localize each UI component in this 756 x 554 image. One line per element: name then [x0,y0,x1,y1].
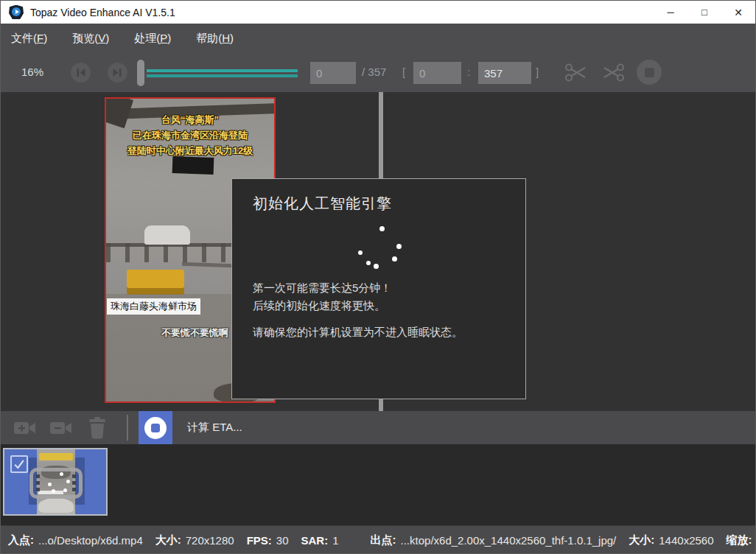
menu-file[interactable]: 文件(F) [11,29,53,49]
dialog-line-1: 第一次可能需要长达5分钟！ [253,279,463,297]
maximize-button[interactable]: □ [687,1,721,24]
spinner-dot [396,244,402,249]
mini-swirl-shape [38,498,74,513]
trim-in-button[interactable] [564,63,588,85]
statusbar: 入点: ...o/Desktop/x6d.mp4 大小: 720x1280 FP… [1,525,755,554]
top-band: 文件(F) 预览(V) 处理(P) 帮助(H) 16% [1,24,755,92]
caption-line-3: 登陆时中心附近最大风力12级 [106,143,274,158]
caption-line-1: 台风“海高斯” [106,112,274,127]
spinner-dot [374,264,379,269]
video-thumbnail-tile[interactable] [3,448,108,516]
menu-help[interactable]: 帮助(H) [196,29,239,49]
video-car-shape [144,225,190,245]
init-engine-dialog: 初始化人工智能引擎 第一次可能需要长达5分钟！ 后续的初始化速度将更快。 请确保… [231,178,526,399]
logo-play-icon [15,10,19,14]
spinner-dot [66,480,70,483]
window-controls: ─ □ ✕ [654,1,755,24]
status-fps: FPS: 30 [247,534,289,547]
stop-square-icon [645,68,654,77]
status-out-size: 大小: 1440x2560 [629,533,713,547]
menu-preview[interactable]: 预览(V) [72,29,115,49]
thumbnail-checkbox[interactable] [10,455,28,473]
stop-preview-button[interactable] [637,60,662,85]
video-hanging-object [172,156,214,175]
spinner-dot [52,489,55,493]
thumbnail-strip [1,444,755,525]
dialog-line-2: 后续的初始化速度将更快。 [253,297,463,315]
trim-end-input[interactable] [478,62,531,84]
status-scale: 缩放: 200% [727,533,756,547]
video-overlay-text: 不要慌不要慌啊 [161,326,228,340]
filmstrip-icon [29,468,83,499]
close-button[interactable]: ✕ [721,1,755,24]
status-sar: SAR: 1 [301,534,339,547]
toolbar-divider [127,415,128,441]
remove-video-button[interactable] [48,411,74,444]
caption-line-2: 已在珠海市金湾区沿海登陆 [106,127,274,143]
video-caption: 台风“海高斯” 已在珠海市金湾区沿海登陆 登陆时中心附近最大风力12级 [106,112,274,158]
skip-end-icon [108,63,127,83]
spinner-dot [392,256,397,262]
stop-square-icon [151,424,160,432]
scissors-right-icon [564,63,588,83]
window-title: Topaz Video Enhance AI V1.5.1 [30,7,175,18]
camera-remove-icon [49,419,73,437]
spinner-dot [366,261,371,265]
check-icon [12,457,27,471]
dialog-line-3: 请确保您的计算机设置为不进入睡眠状态。 [253,323,463,341]
spinner-dot [358,250,363,255]
skip-start-icon [71,63,91,83]
video-truck-shape [127,270,184,295]
menu-process[interactable]: 处理(P) [134,29,177,49]
mini-caption-shape [39,453,73,460]
zoom-level: 16% [21,66,43,78]
preview-area: 台风“海高斯” 已在珠海市金湾区沿海登陆 登陆时中心附近最大风力12级 珠海白藤… [1,92,755,411]
bracket-close: ] [536,66,539,78]
film-holes-right [72,474,76,492]
skip-end-button[interactable] [108,63,127,83]
total-frames-label: / 357 [362,66,386,78]
trim-start-input[interactable] [413,62,461,84]
camera-add-icon [13,419,37,437]
titlebar: Topaz Video Enhance AI V1.5.1 ─ □ ✕ [1,1,755,24]
scissors-left-icon [601,63,625,83]
spinner-dot [379,226,385,231]
trim-colon: : [467,66,470,78]
spinner-dot [48,483,52,486]
status-out-point: 出点: ...ktop/x6d_2.00x_1440x2560_thf-1.0.… [371,533,617,547]
trim-out-button[interactable] [601,63,625,85]
delete-button[interactable] [86,411,108,444]
timeline-handle[interactable] [137,60,144,86]
stop-processing-button[interactable] [139,411,172,444]
status-in-point: 入点: ...o/Desktop/x6d.mp4 [8,533,143,547]
dialog-body: 第一次可能需要长达5分钟！ 后续的初始化速度将更快。 请确保您的计算机设置为不进… [253,279,463,341]
app-window: Topaz Video Enhance AI V1.5.1 ─ □ ✕ 文件(F… [0,0,756,554]
spinner-dot [63,488,67,492]
playback-toolbar: 16% / 357 [ : [1,54,755,92]
video-location-label: 珠海白藤头海鲜市场 [107,298,200,315]
status-in-size: 大小: 720x1280 [155,533,234,547]
add-video-button[interactable] [12,411,38,444]
app-logo-icon [9,5,24,20]
bracket-open: [ [402,66,405,78]
process-toolbar: 计算 ETA... [1,411,755,444]
trash-icon [88,417,107,439]
eta-status: 计算 ETA... [187,411,242,444]
spinner-dot [60,472,63,476]
timeline-track-upper [147,69,298,72]
menubar: 文件(F) 预览(V) 处理(P) 帮助(H) [1,24,755,54]
dialog-gap [253,315,463,323]
film-holes-left [36,474,40,492]
minimize-button[interactable]: ─ [654,1,687,24]
timeline-slider[interactable] [137,60,301,86]
skip-start-button[interactable] [71,63,91,83]
timeline-track-lower [147,74,298,77]
current-frame-input[interactable] [310,62,356,84]
